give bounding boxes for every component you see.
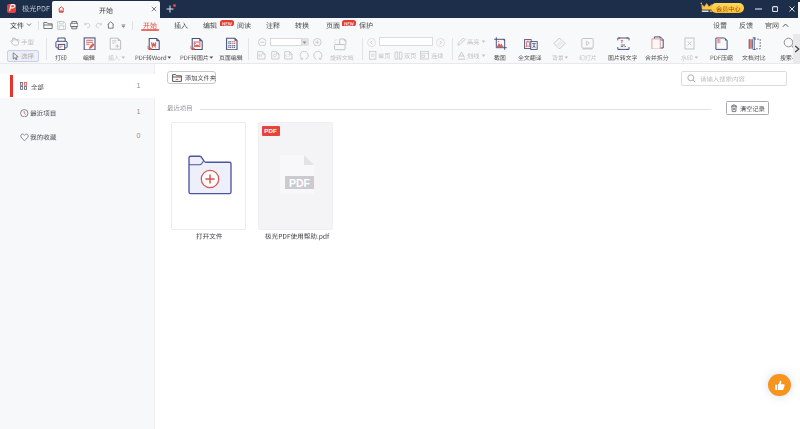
svg-text:PDF: PDF (289, 177, 311, 189)
